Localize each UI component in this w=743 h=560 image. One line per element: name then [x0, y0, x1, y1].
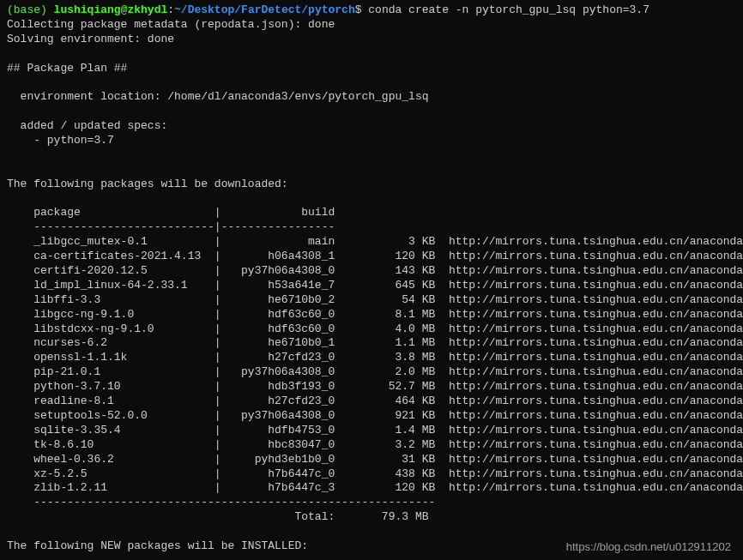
prompt-line[interactable]: (base) lushiqiang@zkhydl:~/Desktop/FarDe…: [7, 3, 736, 18]
output-line: [7, 525, 736, 539]
package-row: ca-certificates-2021.4.13 | h06a4308_1 1…: [7, 250, 736, 264]
package-table-header: package | build: [7, 206, 736, 220]
package-row: zlib-1.2.11 | h7b6447c_3 120 KB http://m…: [7, 481, 736, 496]
prompt-username: lushiqiang: [54, 3, 121, 16]
package-row: tk-8.6.10 | hbc83047_0 3.2 MB http://mir…: [7, 438, 736, 453]
package-row: libstdcxx-ng-9.1.0 | hdf63c60_0 4.0 MB h…: [7, 322, 736, 337]
prompt-hostname: zkhydl: [127, 3, 167, 16]
total-label: Total:: [7, 510, 335, 523]
package-row: ld_impl_linux-64-2.33.1 | h53a641e_7 645…: [7, 279, 736, 293]
output-line: [7, 148, 736, 163]
package-row: pip-21.0.1 | py37h06a4308_0 2.0 MB http:…: [7, 365, 736, 380]
watermark: https://blog.csdn.net/u012911202: [566, 540, 731, 555]
prompt-cwd: ~/Desktop/FarDetect/pytorch: [174, 3, 355, 16]
package-row: python-3.7.10 | hdb3f193_0 52.7 MB http:…: [7, 380, 736, 394]
package-row: libgcc-ng-9.1.0 | hdf63c60_0 8.1 MB http…: [7, 308, 736, 322]
terminal-output: (base) lushiqiang@zkhydl:~/Desktop/FarDe…: [7, 3, 736, 554]
package-row: setuptools-52.0.0 | py37h06a4308_0 921 K…: [7, 409, 736, 424]
output-line: Collecting package metadata (repodata.js…: [7, 18, 736, 33]
package-row: openssl-1.1.1k | h27cfd23_0 3.8 MB http:…: [7, 351, 736, 365]
output-line: - python=3.7: [7, 134, 736, 148]
output-line: [7, 75, 736, 90]
package-row: _libgcc_mutex-0.1 | main 3 KB http://mir…: [7, 235, 736, 250]
package-table-total: Total: 79.3 MB: [7, 510, 736, 525]
conda-env-indicator: (base): [7, 3, 54, 16]
prompt-dollar: $: [355, 3, 369, 16]
package-row: libffi-3.3 | he6710b0_2 54 KB http://mir…: [7, 293, 736, 308]
package-table-divider: ---------------------------|------------…: [7, 220, 736, 235]
output-line: ## Package Plan ##: [7, 62, 736, 76]
output-line: The following packages will be downloade…: [7, 178, 736, 192]
package-row: sqlite-3.35.4 | hdfb4753_0 1.4 MB http:/…: [7, 424, 736, 438]
output-line: added / updated specs:: [7, 119, 736, 134]
package-table-footer-divider: ----------------------------------------…: [7, 496, 736, 510]
output-line: [7, 47, 736, 62]
package-row: wheel-0.36.2 | pyhd3eb1b0_0 31 KB http:/…: [7, 453, 736, 467]
total-value: 79.3 MB: [335, 510, 428, 523]
package-row: xz-5.2.5 | h7b6447c_0 438 KB http://mirr…: [7, 467, 736, 482]
command-text: conda create -n pytorch_gpu_lsq python=3…: [368, 3, 649, 16]
output-line: Solving environment: done: [7, 33, 736, 47]
output-line: [7, 163, 736, 178]
output-line: [7, 105, 736, 119]
output-line: [7, 192, 736, 207]
package-row: certifi-2020.12.5 | py37h06a4308_0 143 K…: [7, 264, 736, 279]
package-row: ncurses-6.2 | he6710b0_1 1.1 MB http://m…: [7, 336, 736, 351]
package-row: readline-8.1 | h27cfd23_0 464 KB http://…: [7, 394, 736, 409]
output-line: environment location: /home/dl/anaconda3…: [7, 90, 736, 105]
prompt-colon: :: [167, 3, 174, 16]
